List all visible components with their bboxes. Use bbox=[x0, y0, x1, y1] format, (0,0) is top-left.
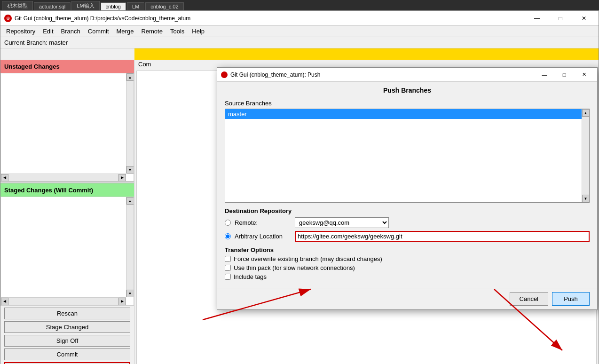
remote-radio-row: Remote: geekswg@qq.com bbox=[225, 217, 590, 228]
scroll-down-arrow[interactable]: ▼ bbox=[126, 166, 134, 174]
source-branches-label: Source Branches bbox=[225, 100, 590, 107]
staged-scroll-left[interactable]: ◀ bbox=[1, 298, 8, 305]
staged-scroll-up[interactable]: ▲ bbox=[126, 197, 134, 205]
transfer-label: Transfer Options bbox=[225, 246, 590, 253]
push-button[interactable]: Push bbox=[4, 362, 130, 364]
arbitrary-radio-label: Arbitrary Location bbox=[235, 233, 291, 240]
arbitrary-location-input[interactable] bbox=[295, 231, 590, 242]
tab-3[interactable]: LM输入 bbox=[71, 1, 99, 10]
thin-pack-checkbox[interactable] bbox=[225, 265, 231, 271]
dialog-footer: Cancel Push bbox=[217, 288, 597, 309]
close-button[interactable]: ✕ bbox=[573, 11, 595, 25]
menu-help[interactable]: Help bbox=[188, 27, 208, 36]
maximize-button[interactable]: □ bbox=[550, 11, 571, 25]
dialog-title-text: Git Gui (cnblog_theme_atum): Push bbox=[230, 71, 535, 78]
destination-section: Destination Repository Remote: geekswg@q… bbox=[225, 207, 590, 242]
remote-radio[interactable] bbox=[225, 220, 231, 226]
transfer-section: Transfer Options Force overwrite existin… bbox=[225, 246, 590, 280]
rescan-button[interactable]: Rescan bbox=[4, 308, 130, 319]
left-panel: Unstaged Changes ▲ ▼ ◀ ▶ bbox=[0, 60, 134, 364]
staged-header: Staged Changes (Will Commit) bbox=[0, 183, 134, 197]
menu-tools[interactable]: Tools bbox=[166, 27, 188, 36]
current-branch-label: Current Branch: master bbox=[4, 39, 68, 46]
unstaged-section: Unstaged Changes ▲ ▼ ◀ ▶ bbox=[0, 60, 134, 182]
dialog-heading: Push Branches bbox=[217, 82, 597, 97]
branch-list[interactable]: master ▲ ▼ bbox=[225, 109, 590, 203]
scroll-left-arrow[interactable]: ◀ bbox=[1, 174, 8, 182]
staged-scrollbar-h[interactable]: ◀ ▶ bbox=[1, 297, 126, 305]
main-title-bar: ⊕ Git Gui (cnblog_theme_atum) D:/project… bbox=[0, 11, 599, 26]
staged-scroll-down[interactable]: ▼ bbox=[126, 290, 134, 297]
checkbox-row-1: Force overwrite existing branch (may dis… bbox=[225, 255, 590, 262]
staged-scrollbar-v[interactable]: ▲ ▼ bbox=[126, 197, 134, 297]
unstaged-header: Unstaged Changes bbox=[0, 60, 134, 73]
arbitrary-radio[interactable] bbox=[225, 233, 231, 239]
remote-select[interactable]: geekswg@qq.com bbox=[295, 217, 389, 228]
arbitrary-radio-row: Arbitrary Location bbox=[225, 231, 590, 242]
tab-5[interactable]: LM bbox=[127, 2, 144, 10]
dialog-push-button[interactable]: Push bbox=[552, 292, 590, 306]
include-tags-checkbox[interactable] bbox=[225, 274, 231, 280]
sign-off-button[interactable]: Sign Off bbox=[4, 335, 130, 347]
menu-bar: Repository Edit Branch Commit Merge Remo… bbox=[0, 26, 599, 37]
dialog-minimize-button[interactable]: — bbox=[535, 69, 554, 80]
top-tabs: 积木类型 actuator.sql LM输入 cnblog LM cnblog_… bbox=[0, 0, 599, 10]
action-buttons: Rescan Stage Changed Sign Off Commit Pus… bbox=[0, 305, 134, 364]
force-overwrite-label: Force overwrite existing branch (may dis… bbox=[234, 255, 382, 262]
branch-scroll-down[interactable]: ▼ bbox=[582, 195, 590, 202]
branch-bar: Current Branch: master bbox=[0, 37, 599, 48]
checkbox-row-2: Use thin pack (for slow network connecti… bbox=[225, 264, 590, 271]
unstaged-scrollbar-v[interactable]: ▲ ▼ bbox=[126, 73, 134, 174]
commit-button[interactable]: Commit bbox=[4, 348, 130, 360]
staged-content[interactable]: ▲ ▼ ◀ ▶ bbox=[0, 197, 134, 305]
branch-scroll-up[interactable]: ▲ bbox=[582, 109, 590, 117]
staged-scroll-right[interactable]: ▶ bbox=[118, 298, 126, 305]
cancel-button[interactable]: Cancel bbox=[510, 292, 548, 306]
scroll-track bbox=[126, 81, 134, 166]
unstaged-content[interactable]: ▲ ▼ ◀ ▶ bbox=[0, 73, 134, 182]
branch-list-item-master[interactable]: master bbox=[225, 109, 589, 119]
menu-merge[interactable]: Merge bbox=[113, 27, 138, 36]
main-window-title: Git Gui (cnblog_theme_atum) D:/projects/… bbox=[15, 15, 526, 22]
stage-changed-button[interactable]: Stage Changed bbox=[4, 321, 130, 333]
unstaged-scrollbar-h[interactable]: ◀ ▶ bbox=[1, 174, 126, 181]
branch-list-scrollbar[interactable]: ▲ ▼ bbox=[582, 109, 589, 202]
menu-branch[interactable]: Branch bbox=[57, 27, 84, 36]
tab-2[interactable]: actuator.sql bbox=[34, 2, 71, 10]
include-tags-label: Include tags bbox=[234, 273, 267, 280]
window-controls: — □ ✕ bbox=[526, 11, 595, 25]
menu-repository[interactable]: Repository bbox=[2, 27, 39, 36]
main-window: ⊕ Git Gui (cnblog_theme_atum) D:/project… bbox=[0, 10, 599, 364]
remote-radio-label: Remote: bbox=[235, 219, 291, 226]
force-overwrite-checkbox[interactable] bbox=[225, 256, 231, 262]
app-icon: ⊕ bbox=[4, 15, 12, 22]
staged-section: Staged Changes (Will Commit) ▲ ▼ ◀ ▶ bbox=[0, 183, 134, 305]
dialog-title-bar: Git Gui (cnblog_theme_atum): Push — □ ✕ bbox=[217, 68, 597, 82]
thin-pack-label: Use thin pack (for slow network connecti… bbox=[234, 264, 355, 271]
menu-remote[interactable]: Remote bbox=[137, 27, 166, 36]
tab-6[interactable]: cnblog_c.02 bbox=[145, 2, 183, 10]
checkbox-row-3: Include tags bbox=[225, 273, 590, 280]
dialog-window-controls: — □ ✕ bbox=[535, 69, 593, 80]
tab-4[interactable]: cnblog bbox=[101, 2, 126, 10]
dialog-app-icon bbox=[221, 71, 228, 78]
scroll-right-arrow[interactable]: ▶ bbox=[118, 174, 126, 182]
push-dialog: Git Gui (cnblog_theme_atum): Push — □ ✕ … bbox=[217, 67, 598, 310]
minimize-button[interactable]: — bbox=[526, 11, 548, 25]
destination-label: Destination Repository bbox=[225, 207, 590, 214]
menu-commit[interactable]: Commit bbox=[84, 27, 113, 36]
dialog-body: Source Branches master ▲ ▼ Destination R… bbox=[217, 97, 597, 288]
menu-edit[interactable]: Edit bbox=[39, 27, 57, 36]
tab-1[interactable]: 积木类型 bbox=[2, 1, 33, 10]
dialog-maximize-button[interactable]: □ bbox=[555, 69, 574, 80]
scroll-up-arrow[interactable]: ▲ bbox=[126, 73, 134, 81]
dialog-close-button[interactable]: ✕ bbox=[575, 69, 593, 80]
